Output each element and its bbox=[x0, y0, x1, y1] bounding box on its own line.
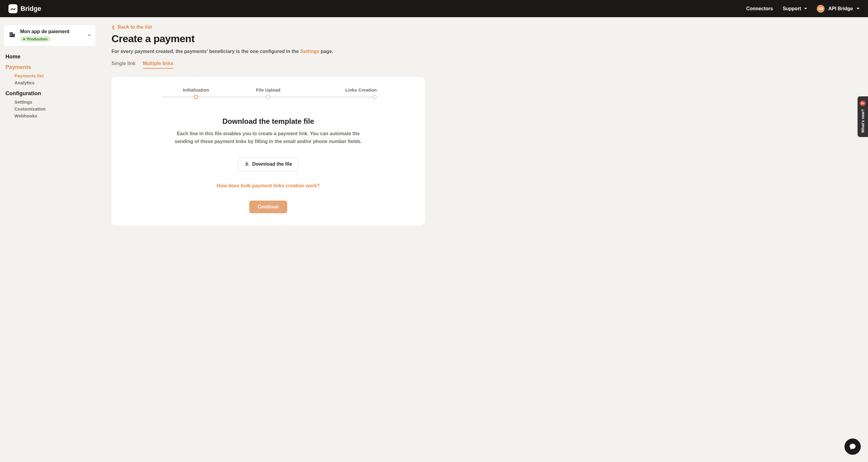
user-menu[interactable]: AB API Bridge bbox=[817, 5, 860, 13]
nav-support-label: Support bbox=[783, 6, 801, 11]
top-navbar: Bridge Connectors Support AB API Bridge bbox=[0, 0, 868, 17]
back-link-label: Back to the list bbox=[118, 24, 152, 30]
brand-wrap[interactable]: Bridge bbox=[8, 4, 41, 13]
sidebar-item-customization[interactable]: Customization bbox=[14, 105, 94, 112]
tab-multiple-links[interactable]: Multiple links bbox=[143, 61, 173, 69]
svg-rect-8 bbox=[13, 34, 14, 35]
env-badge: Production bbox=[20, 36, 51, 42]
stepper: Initialization File Upload Links Creatio… bbox=[160, 87, 377, 99]
tabs: Single link Multiple links bbox=[112, 61, 425, 69]
app-selector[interactable]: Mon app de paiement Production bbox=[4, 24, 96, 46]
continue-button[interactable]: Continue bbox=[249, 201, 287, 213]
sidebar-item-webhooks[interactable]: Webhooks bbox=[14, 112, 94, 119]
sidebar-item-home[interactable]: Home bbox=[5, 54, 94, 60]
whats-new-label: What's new? bbox=[861, 109, 865, 133]
status-dot-icon bbox=[23, 38, 25, 40]
svg-rect-9 bbox=[13, 36, 14, 36]
settings-link[interactable]: Settings bbox=[300, 49, 319, 54]
svg-rect-3 bbox=[11, 33, 12, 33]
chevron-down-icon bbox=[88, 35, 91, 36]
tab-single-link[interactable]: Single link bbox=[112, 61, 135, 69]
user-name: API Bridge bbox=[828, 6, 853, 11]
logo-icon bbox=[8, 4, 18, 13]
chevron-down-icon bbox=[857, 8, 860, 9]
page-title: Create a payment bbox=[112, 33, 425, 44]
main-content: ❮ Back to the list Create a payment For … bbox=[99, 17, 437, 243]
sidebar: Mon app de paiement Production Home Paym… bbox=[0, 17, 99, 243]
section-description: Each line in this file enables you to cr… bbox=[169, 130, 368, 145]
nav-support[interactable]: Support bbox=[783, 6, 807, 11]
wizard-card: Initialization File Upload Links Creatio… bbox=[112, 77, 425, 225]
sidebar-item-settings[interactable]: Settings bbox=[14, 98, 94, 105]
download-button-label: Download the file bbox=[252, 161, 292, 167]
svg-rect-6 bbox=[10, 35, 11, 36]
help-link[interactable]: How does bulk payment links creation wor… bbox=[124, 183, 413, 189]
svg-rect-7 bbox=[11, 35, 12, 36]
step-dot-icon bbox=[373, 95, 377, 99]
step-links-creation: Links Creation bbox=[304, 87, 377, 99]
env-label: Production bbox=[27, 37, 48, 41]
whats-new-badge: 9+ bbox=[860, 101, 866, 106]
section-title: Download the template file bbox=[124, 117, 413, 126]
app-name: Mon app de paiement bbox=[20, 29, 70, 34]
building-icon bbox=[9, 31, 16, 40]
subtitle-pre: For every payment created, the payments'… bbox=[112, 49, 300, 54]
sidebar-item-analytics[interactable]: Analytics bbox=[14, 79, 94, 86]
download-file-button[interactable]: Download the file bbox=[238, 157, 299, 171]
sidebar-item-payments[interactable]: Payments bbox=[5, 64, 94, 70]
whats-new-tab[interactable]: What's new? 9+ bbox=[858, 96, 868, 137]
step-label: Initialization bbox=[183, 87, 209, 93]
svg-rect-0 bbox=[10, 32, 13, 37]
side-nav: Home Payments Payments list Analytics Co… bbox=[4, 54, 96, 119]
avatar: AB bbox=[817, 5, 825, 13]
chevron-down-icon bbox=[804, 8, 807, 9]
chevron-left-icon: ❮ bbox=[112, 25, 115, 30]
step-dot-icon bbox=[266, 95, 270, 99]
nav-right: Connectors Support AB API Bridge bbox=[746, 5, 860, 13]
brand-name: Bridge bbox=[21, 5, 41, 13]
sidebar-item-payments-list[interactable]: Payments list bbox=[14, 72, 94, 79]
back-link[interactable]: ❮ Back to the list bbox=[112, 24, 152, 30]
sidebar-item-configuration[interactable]: Configuration bbox=[5, 90, 94, 97]
svg-rect-2 bbox=[10, 33, 11, 33]
page-subtitle: For every payment created, the payments'… bbox=[112, 49, 425, 54]
step-label: Links Creation bbox=[345, 87, 377, 93]
step-label: File Upload bbox=[256, 87, 281, 93]
svg-rect-4 bbox=[10, 34, 11, 35]
subtitle-post: page. bbox=[319, 49, 333, 54]
step-file-upload: File Upload bbox=[232, 87, 304, 99]
step-initialization: Initialization bbox=[160, 87, 232, 99]
svg-rect-1 bbox=[13, 34, 15, 37]
download-icon bbox=[244, 161, 249, 167]
svg-rect-5 bbox=[11, 34, 12, 35]
nav-connectors[interactable]: Connectors bbox=[746, 6, 773, 11]
step-dot-icon bbox=[194, 95, 198, 99]
